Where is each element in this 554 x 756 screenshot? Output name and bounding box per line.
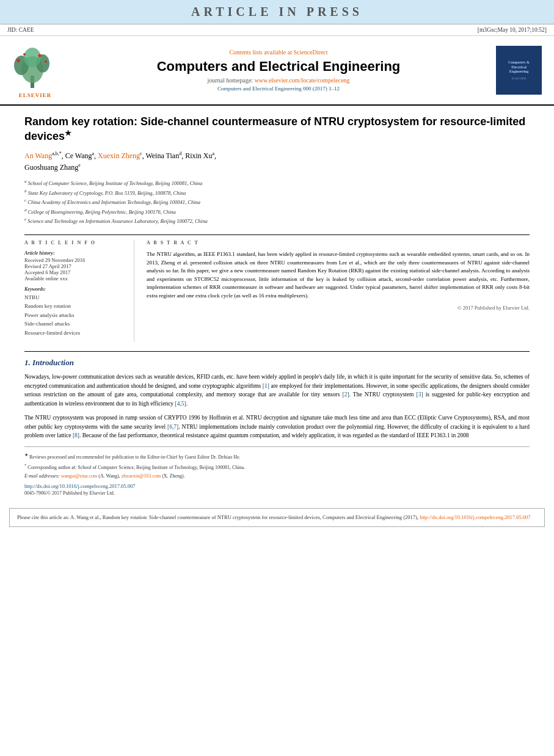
article-info-abstract-section: A R T I C L E I N F O Article history: R… (24, 234, 530, 342)
abstract-text: The NTRU algorithm, as IEEE P1363.1 stan… (147, 250, 530, 300)
main-content: Random key rotation: Side-channel counte… (0, 106, 554, 502)
footnote-corresponding: * Corresponding author at: School of Com… (24, 462, 530, 471)
article-in-press-banner: ARTICLE IN PRESS (0, 0, 554, 24)
journal-header: ELSEVIER Contents lists available at Sci… (0, 36, 554, 106)
ref-label: [m3Gsc;May 10, 2017;10:52] (478, 27, 547, 33)
elsevier-brand-text: ELSEVIER (9, 92, 61, 98)
journal-cover-image: Computers &ElectricalEngineering ELSEVIE… (496, 46, 542, 95)
top-meta-bar: JID: CAEE [m3Gsc;May 10, 2017;10:52] (0, 24, 554, 36)
citation-text: Please cite this article as: A. Wang et … (17, 514, 418, 520)
affil-a: a School of Computer Science, Beijing In… (24, 178, 530, 187)
author-weina-tian: Weina Tiand, (145, 151, 185, 160)
keyword-power: Power analysis attacks (24, 311, 128, 319)
author-guoshuang-zhang: Guoshuang Zhange (24, 163, 81, 172)
affil-e: e Science and Technology on Information … (24, 216, 530, 225)
affiliations: a School of Computer Science, Beijing In… (24, 178, 530, 225)
affil-c: c China Academy of Electronics and Infor… (24, 197, 530, 206)
doi-section: http://dx.doi.org/10.1016/j.compeleceng.… (24, 483, 530, 496)
keyword-resource: Resource-limited devices (24, 329, 128, 337)
journal-cover-right: Computers &ElectricalEngineering ELSEVIE… (496, 46, 545, 95)
homepage-url[interactable]: www.elsevier.com/locate/compeleceng (255, 77, 350, 84)
revised-date: Revised 27 April 2017 (24, 263, 128, 269)
footnotes-section: ★ Reviews processed and recommended for … (24, 446, 530, 479)
svg-point-4 (24, 48, 41, 67)
received-date: Received 29 November 2016 (24, 257, 128, 263)
article-info-column: A R T I C L E I N F O Article history: R… (24, 240, 134, 342)
article-history: Article history: Received 29 November 20… (24, 250, 128, 282)
article-title: Random key rotation: Side-channel counte… (24, 115, 530, 144)
citation-doi[interactable]: http://dx.doi.org/10.1016/j.compeleceng.… (420, 514, 530, 520)
keyword-ntru: NTRU (24, 293, 128, 302)
article-info-label: A R T I C L E I N F O (24, 240, 128, 245)
keyword-side-channel: Side-channel attacks (24, 319, 128, 328)
affil-d: d College of Bioengineering, Beijing Pol… (24, 207, 530, 216)
banner-text: ARTICLE IN PRESS (191, 5, 363, 18)
doi-url[interactable]: http://dx.doi.org/10.1016/j.compeleceng.… (24, 483, 530, 489)
jid-label: JID: CAEE (7, 27, 34, 33)
elsevier-logo-left: ELSEVIER (9, 42, 61, 98)
section-divider (24, 351, 530, 352)
journal-center: Contents lists available at ScienceDirec… (67, 49, 490, 92)
footnote-star: ★ Reviews processed and recommended for … (24, 452, 530, 460)
email-an-wang[interactable]: wangui@sina.com (61, 473, 98, 479)
author-rixin-xu: Rixin Xua, (185, 151, 216, 160)
contents-available-text: Contents lists available at ScienceDirec… (67, 49, 490, 56)
available-online: Available online xxx (24, 275, 128, 282)
author-ce-wang: Ce Wanga, (65, 151, 98, 160)
journal-homepage: journal homepage: www.elsevier.com/locat… (67, 77, 490, 84)
accepted-date: Accepted 6 May 2017 (24, 269, 128, 275)
intro-paragraph-2: The NTRU cryptosystem was proposed in ru… (24, 413, 530, 440)
email-xuexin-zheng[interactable]: zhxuexin@163.com (122, 473, 161, 479)
intro-paragraph-1: Nowadays, low-power communication device… (24, 373, 530, 409)
citation-box: Please cite this article as: A. Wang et … (9, 508, 545, 527)
keywords-list: NTRU Random key rotation Power analysis … (24, 293, 128, 337)
svg-point-5 (16, 59, 20, 62)
keyword-rkr: Random key rotation (24, 302, 128, 310)
authors-line: An Wanga,b,*, Ce Wanga, Xuexin Zhengc, W… (24, 150, 530, 173)
keywords-section: Keywords: NTRU Random key rotation Power… (24, 286, 128, 337)
author-an-wang: An Wanga,b,*, (24, 151, 65, 160)
author-xuexin-zheng: Xuexin Zhengc, (98, 151, 145, 160)
sciencedirect-link-text[interactable]: ScienceDirect (293, 49, 327, 56)
svg-point-7 (38, 54, 42, 57)
footnote-email: E-mail addresses: wangui@sina.com (A. Wa… (24, 473, 530, 479)
svg-point-6 (23, 53, 26, 56)
journal-line: Computers and Electrical Engineering 000… (67, 85, 490, 92)
copyright-line: © 2017 Published by Elsevier Ltd. (147, 305, 530, 311)
journal-title: Computers and Electrical Engineering (67, 59, 490, 75)
introduction-heading: 1. Introduction (24, 358, 530, 368)
abstract-column: A B S T R A C T The NTRU algorithm, as I… (147, 240, 530, 342)
abstract-label: A B S T R A C T (147, 240, 530, 245)
issn-copyright: 0045-7906/© 2017 Published by Elsevier L… (24, 490, 530, 496)
svg-point-8 (45, 60, 47, 63)
affil-b: b State Key Laboratory of Cryptology, P.… (24, 188, 530, 197)
